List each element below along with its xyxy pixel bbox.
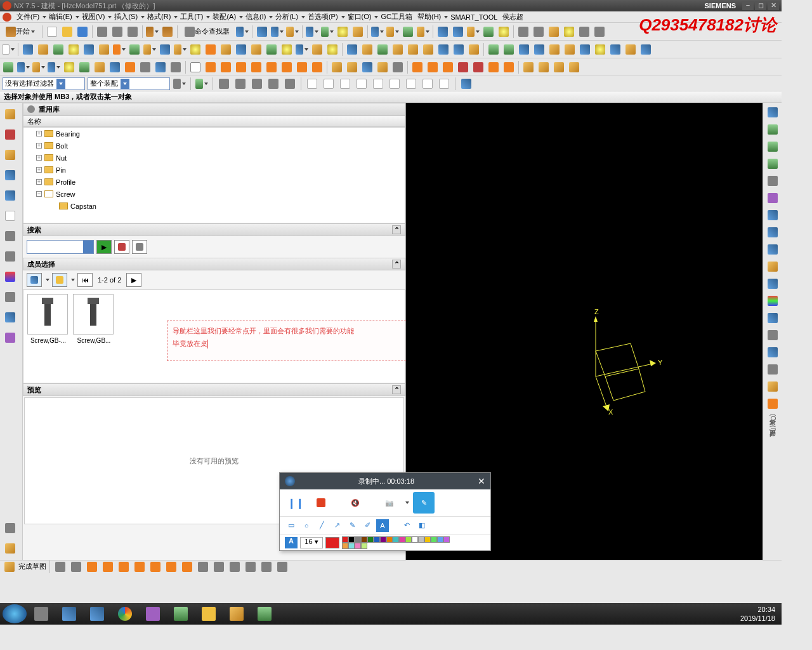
tb1-c[interactable] [270,25,284,39]
tb1-n[interactable] [451,25,465,39]
tb1-v[interactable] [577,25,591,39]
tb2-0[interactable] [1,43,15,56]
rnav-8[interactable] [765,225,780,240]
bb-4[interactable] [101,560,115,574]
nav-tab-4[interactable] [1,166,19,184]
menu-analysis[interactable]: 分析(L) [273,12,300,22]
tree-node-nut[interactable]: +Nut [23,152,405,164]
tb2-16[interactable] [249,43,263,56]
nav-tab-10[interactable] [1,288,19,306]
task-app-1[interactable] [28,605,55,623]
close-button[interactable]: ✕ [768,1,779,10]
tb3-23[interactable] [376,60,390,74]
task-excel[interactable] [251,605,278,623]
new-doc-button[interactable] [45,25,59,39]
tb1-o[interactable] [466,25,480,39]
tb1-b[interactable] [255,25,269,39]
tb3-7[interactable] [108,60,122,74]
nav-tab-12[interactable] [1,329,19,347]
nav-tab-2[interactable] [1,126,19,143]
nav-tab-13[interactable] [1,519,19,537]
palette-swatch[interactable] [342,543,348,549]
rnav-3[interactable] [765,139,780,154]
search-input[interactable] [27,240,94,254]
nav-tab-5[interactable] [1,187,19,204]
screen-recorder-window[interactable]: 录制中... 00:03:18 ✕ 🔇 📷 ✎ ▭ ○ ╱ ↗ ✎ ✐ A ↶ … [279,472,491,551]
recorder-titlebar[interactable]: 录制中... 00:03:18 ✕ [280,473,490,489]
tb1-f[interactable] [320,25,334,39]
rnav-5[interactable] [765,173,780,189]
tb2-13[interactable] [204,43,218,56]
rnav-2[interactable] [765,122,780,137]
menu-window[interactable]: 窗口(O) [345,12,374,22]
copy-button[interactable] [110,25,124,39]
curve-7[interactable] [280,60,294,74]
tb1-t[interactable] [547,25,561,39]
filt-d[interactable] [233,77,247,91]
tb3-24[interactable] [391,60,405,74]
tb3-9[interactable] [138,60,152,74]
filt-a[interactable] [173,77,187,91]
nav-tab-11[interactable] [1,308,19,326]
tb2-15[interactable] [234,43,248,56]
search-go-button[interactable]: ▶ [96,240,112,254]
tb3-30[interactable] [487,60,501,74]
task-app-2[interactable] [56,605,82,623]
annotate-button[interactable]: ✎ [413,492,435,514]
search-options-button[interactable] [132,240,147,254]
tb3-32[interactable] [521,60,535,74]
tb1-r[interactable] [516,25,530,39]
page-first-button[interactable]: ⏮ [77,273,93,287]
tb3-4[interactable] [62,60,76,74]
tb1-h[interactable] [351,25,365,39]
menu-houzhi[interactable]: 侯志超 [500,12,526,22]
tool-undo[interactable]: ↶ [400,519,413,532]
tb2-20[interactable] [310,43,324,56]
save-button[interactable] [75,25,89,39]
tree-node-bearing[interactable]: +Bearing [23,128,405,140]
tb2-22[interactable] [345,43,359,56]
curve-9[interactable] [310,60,324,74]
rnav-18[interactable] [765,396,780,411]
nav-tab-3[interactable] [1,146,19,164]
collapse-search[interactable]: ⌃ [392,225,401,234]
stop-button[interactable] [310,492,332,514]
bb-15[interactable] [275,560,289,574]
curve-6[interactable] [265,60,278,74]
filt-c[interactable] [217,77,231,91]
start-orb[interactable] [3,604,27,623]
curve-4[interactable] [234,60,248,74]
tb2-36[interactable] [563,43,577,56]
palette-swatch[interactable] [342,536,348,543]
rnav-4[interactable] [765,156,780,171]
bb-14[interactable] [259,560,273,574]
palette-swatch[interactable] [399,536,405,543]
undo-button[interactable] [145,25,159,39]
sketch-icon[interactable] [3,560,16,574]
collapse-member[interactable]: ⌃ [392,260,401,269]
webcam-button[interactable]: 📷 [379,492,400,514]
maximize-button[interactable]: ◻ [755,1,766,10]
curve-2[interactable] [204,60,218,74]
rnav-14[interactable] [765,328,780,343]
tb3-31[interactable] [502,60,516,74]
tb2-5[interactable] [82,43,96,56]
snap-2[interactable] [322,77,336,91]
tb2-30[interactable] [467,43,481,56]
bb-3[interactable] [85,560,99,574]
tb1-l[interactable] [416,25,430,39]
rnav-1[interactable] [765,105,780,120]
tb2-14[interactable] [219,43,233,56]
palette-swatch[interactable] [443,536,450,543]
tb3-21[interactable] [345,60,359,74]
palette-swatch[interactable] [348,536,355,543]
nav-tab-9[interactable] [1,268,19,286]
tool-pen[interactable]: ✎ [346,519,358,532]
palette-swatch[interactable] [437,536,443,543]
tree-node-screw[interactable]: −Screw [23,188,405,200]
tool-arrow[interactable]: ↗ [331,519,343,532]
tb1-p[interactable] [481,25,495,39]
page-next-button[interactable]: ▶ [126,273,141,287]
task-chrome[interactable] [112,605,138,623]
palette-swatch[interactable] [367,536,374,543]
